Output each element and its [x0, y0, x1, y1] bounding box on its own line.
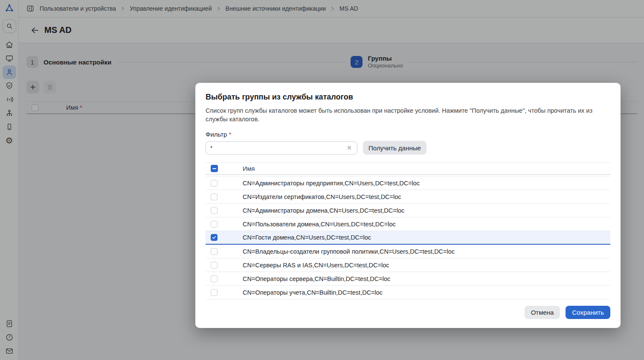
- group-name: CN=Серверы RAS и IAS,CN=Users,DC=test,DC…: [243, 262, 389, 269]
- group-row[interactable]: CN=Администраторы домена,CN=Users,DC=tes…: [206, 204, 610, 217]
- name-column-header: Имя: [243, 165, 255, 172]
- row-checkbox[interactable]: [211, 248, 218, 255]
- row-checkbox[interactable]: [211, 234, 218, 241]
- required-mark: *: [229, 131, 232, 138]
- dialog-footer: Отмена Сохранить: [206, 306, 610, 319]
- group-name: CN=Операторы сервера,CN=Builtin,DC=test,…: [243, 275, 390, 282]
- filter-input[interactable]: [210, 145, 346, 151]
- group-row[interactable]: CN=Операторы учета,CN=Builtin,DC=test,DC…: [206, 286, 610, 299]
- select-groups-dialog: Выбрать группы из службы каталогов Списо…: [195, 83, 621, 328]
- group-row[interactable]: CN=Операторы сервера,CN=Builtin,DC=test,…: [206, 272, 610, 286]
- row-checkbox[interactable]: [211, 180, 218, 187]
- modal-table-header: Имя: [206, 162, 610, 175]
- fetch-data-button[interactable]: Получить данные: [363, 141, 426, 155]
- group-row[interactable]: CN=Гости домена,CN=Users,DC=test,DC=loc: [206, 231, 610, 245]
- row-checkbox[interactable]: [211, 275, 218, 282]
- minus-icon: [212, 168, 216, 169]
- row-checkbox[interactable]: [211, 193, 218, 200]
- row-checkbox[interactable]: [211, 207, 218, 214]
- clear-filter-icon[interactable]: [346, 144, 353, 151]
- group-name: CN=Пользователи домена,CN=Users,DC=test,…: [243, 221, 396, 228]
- modal-groups-table: Имя CN=Администраторы предприятия,CN=Use…: [206, 162, 610, 299]
- group-name: CN=Гости домена,CN=Users,DC=test,DC=loc: [243, 234, 371, 241]
- group-name: CN=Издатели сертификатов,CN=Users,DC=tes…: [243, 193, 401, 200]
- select-all-checkbox-indeterminate[interactable]: [211, 165, 218, 172]
- row-checkbox[interactable]: [211, 289, 218, 296]
- row-checkbox[interactable]: [211, 221, 218, 228]
- save-button[interactable]: Сохранить: [566, 306, 610, 319]
- app-root: ⚙ ₽ ?: [0, 0, 644, 360]
- filter-label: Фильтр *: [206, 131, 610, 138]
- group-row[interactable]: CN=Издатели сертификатов,CN=Users,DC=tes…: [206, 190, 610, 204]
- dialog-title: Выбрать группы из службы каталогов: [206, 93, 610, 102]
- group-row[interactable]: CN=Администраторы предприятия,CN=Users,D…: [206, 176, 610, 190]
- check-icon: [212, 235, 217, 240]
- dialog-description: Список групп службы каталогов может быть…: [206, 106, 610, 123]
- group-row[interactable]: CN=Пользователи домена,CN=Users,DC=test,…: [206, 217, 610, 231]
- group-row[interactable]: CN=Владельцы-создатели групповой политик…: [206, 245, 610, 258]
- group-name: CN=Операторы учета,CN=Builtin,DC=test,DC…: [243, 289, 383, 296]
- cancel-button[interactable]: Отмена: [525, 306, 560, 319]
- filter-row: Получить данные: [206, 141, 610, 155]
- group-name: CN=Администраторы предприятия,CN=Users,D…: [243, 180, 420, 187]
- row-checkbox[interactable]: [211, 262, 218, 269]
- filter-input-wrap: [206, 141, 357, 155]
- group-row[interactable]: CN=Серверы RAS и IAS,CN=Users,DC=test,DC…: [206, 258, 610, 272]
- modal-group-list: CN=Администраторы предприятия,CN=Users,D…: [206, 176, 610, 299]
- group-name: CN=Администраторы домена,CN=Users,DC=tes…: [243, 207, 404, 214]
- group-name: CN=Владельцы-создатели групповой политик…: [243, 248, 455, 255]
